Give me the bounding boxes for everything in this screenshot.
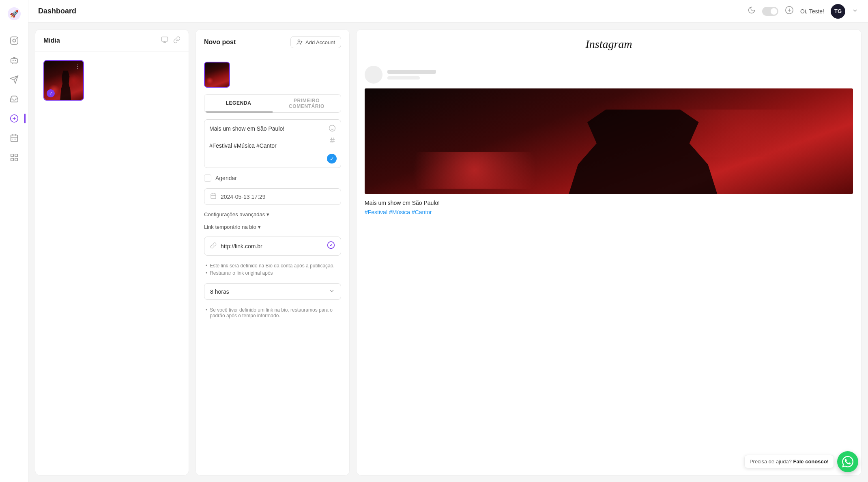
ig-avatar	[365, 66, 382, 84]
svg-rect-27	[211, 194, 216, 199]
caption-icon-area	[329, 125, 336, 146]
schedule-checkbox[interactable]	[204, 174, 211, 182]
app-logo[interactable]: 🚀	[7, 6, 21, 23]
date-input[interactable]: 2024-05-13 17:29	[204, 188, 341, 205]
svg-rect-5	[11, 58, 17, 63]
bio-link-arrow-icon: ▾	[258, 224, 261, 230]
dark-mode-toggle[interactable]	[762, 7, 778, 16]
svg-point-20	[329, 125, 335, 131]
svg-point-12	[15, 139, 16, 140]
ig-hashtags: #Festival #Música #Cantor	[365, 209, 853, 215]
calendar-input-icon	[210, 193, 217, 200]
moon-icon[interactable]	[748, 6, 756, 16]
sidebar-item-inbox[interactable]	[6, 91, 22, 107]
sidebar-item-bot[interactable]	[6, 52, 22, 68]
ig-user-lines	[387, 70, 436, 80]
svg-rect-15	[11, 158, 13, 161]
sidebar-item-instagram[interactable]	[6, 32, 22, 49]
whatsapp-cta: Fale conosco!	[793, 458, 829, 465]
bio-link-label: Link temporário na bio	[204, 224, 256, 230]
tab-legenda[interactable]: LEGENDA	[204, 95, 273, 112]
svg-point-4	[16, 38, 17, 39]
sidebar-item-create[interactable]	[6, 110, 22, 127]
user-plus-icon	[296, 39, 303, 45]
whatsapp-tooltip-text: Precisa de ajuda?	[750, 458, 792, 465]
svg-rect-9	[11, 135, 17, 142]
user-avatar[interactable]: TG	[831, 4, 845, 19]
new-post-card: Novo post Add Account	[196, 29, 350, 476]
ig-user-name-placeholder	[387, 70, 436, 74]
ig-caption-text: Mais um show em São Paulo!	[365, 199, 853, 207]
svg-point-10	[12, 139, 13, 140]
instagram-logo: Instagram	[585, 38, 632, 50]
svg-rect-18	[162, 37, 168, 41]
page-title: Dashboard	[38, 7, 76, 15]
tab-primeiro-comentario[interactable]: PRIMEIRO COMENTÁRIO	[273, 95, 341, 112]
plus-circle-icon[interactable]	[785, 6, 794, 17]
media-item-check-icon: ✓	[47, 89, 55, 97]
hashtag-grid-icon[interactable]	[329, 137, 336, 146]
media-card-title: Mídia	[43, 37, 60, 44]
header-actions: Oi, Teste! TG	[748, 4, 858, 19]
post-card-body: LEGENDA PRIMEIRO COMENTÁRIO Mais um show…	[196, 55, 349, 326]
media-card-icons	[161, 36, 180, 45]
url-check-icon[interactable]	[327, 241, 335, 251]
add-account-button[interactable]: Add Account	[290, 36, 341, 48]
svg-point-7	[15, 60, 16, 61]
tab-switcher: LEGENDA PRIMEIRO COMENTÁRIO	[204, 94, 341, 113]
link-icon[interactable]	[173, 36, 180, 45]
header: Dashboard Oi, Teste! TG	[28, 0, 868, 23]
whatsapp-button[interactable]	[837, 451, 858, 472]
ig-image	[365, 88, 853, 194]
add-account-label: Add Account	[305, 39, 335, 45]
hours-value: 8 horas	[210, 288, 229, 295]
instagram-preview-card: Instagram	[356, 29, 862, 476]
monitor-icon[interactable]	[161, 36, 168, 45]
advanced-arrow-icon: ▾	[266, 211, 269, 217]
caption-text: Mais um show em São Paulo! #Festival #Mú…	[209, 125, 336, 150]
main-content: Dashboard Oi, Teste! TG	[28, 0, 868, 482]
svg-rect-14	[15, 154, 17, 157]
svg-rect-13	[11, 154, 13, 157]
sidebar-item-calendar[interactable]	[6, 130, 22, 146]
media-card: Mídia	[35, 29, 189, 476]
url-input[interactable]: http://link.com.br	[204, 237, 341, 256]
media-card-header: Mídia	[35, 30, 189, 52]
greeting-text: Oi, Teste!	[800, 8, 824, 15]
svg-rect-2	[10, 37, 17, 44]
hint-item: • Este link será definido na Bio da cont…	[206, 262, 341, 269]
media-item-menu-icon[interactable]: ⋮	[75, 63, 81, 70]
bio-link[interactable]: Link temporário na bio ▾	[204, 224, 341, 230]
svg-point-6	[12, 60, 13, 61]
svg-point-3	[13, 39, 15, 42]
ig-preview: Mais um show em São Paulo! #Festival #Mú…	[357, 59, 861, 222]
media-item[interactable]: ⋮ ✓	[43, 60, 84, 101]
svg-line-25	[331, 138, 332, 143]
schedule-label: Agendar	[215, 175, 237, 181]
sidebar-item-grid[interactable]	[6, 149, 22, 166]
svg-point-11	[14, 139, 15, 140]
media-grid: ⋮ ✓	[35, 52, 189, 109]
ig-user-row	[365, 66, 853, 84]
whatsapp-tooltip: Precisa de ajuda? Fale conosco!	[744, 455, 834, 468]
bottom-hint-item: • Se você tiver definido um link na bio,…	[206, 306, 341, 319]
hours-select[interactable]: 8 horas	[204, 283, 341, 300]
svg-point-19	[298, 40, 300, 42]
caption-area[interactable]: Mais um show em São Paulo! #Festival #Mú…	[204, 119, 341, 168]
chevron-down-icon[interactable]	[852, 7, 858, 15]
url-link-icon	[210, 242, 217, 250]
caption-check-icon: ✓	[327, 154, 337, 164]
advanced-label: Configurações avançadas	[204, 211, 265, 217]
date-value: 2024-05-13 17:29	[221, 194, 335, 200]
post-card-header: Novo post Add Account	[196, 30, 349, 55]
hours-chevron-icon	[329, 288, 335, 295]
svg-rect-16	[15, 158, 17, 161]
instagram-header: Instagram	[357, 30, 861, 59]
advanced-settings-link[interactable]: Configurações avançadas ▾	[204, 211, 341, 217]
selected-image-preview	[204, 62, 230, 88]
hint-item-2: • Restaurar o link original após	[206, 269, 341, 277]
sidebar-item-send[interactable]	[6, 71, 22, 88]
emoji-icon[interactable]	[329, 125, 336, 133]
bottom-hint: • Se você tiver definido um link na bio,…	[204, 306, 341, 319]
svg-line-26	[333, 138, 334, 143]
